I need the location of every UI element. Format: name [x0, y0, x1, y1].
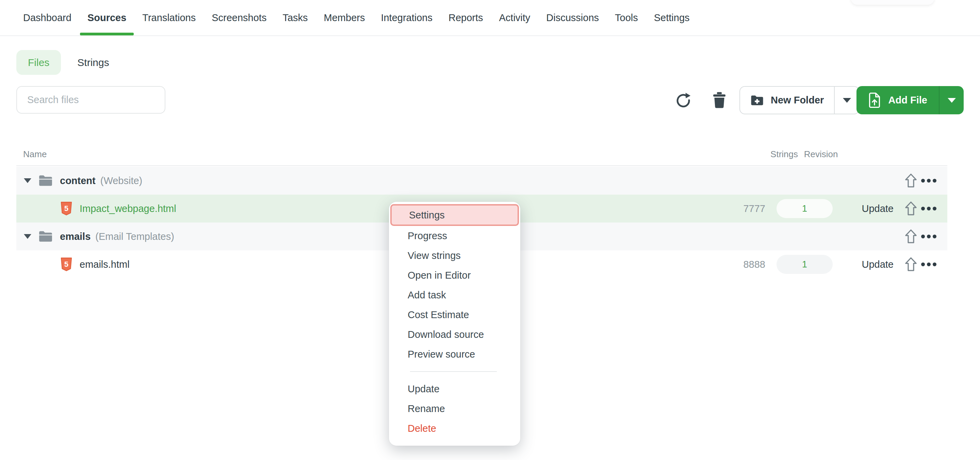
column-header-revision: Revision	[793, 149, 849, 159]
new-folder-icon	[750, 95, 764, 106]
file-name[interactable]: Impact_webpage.html	[80, 203, 176, 214]
column-header-name: Name	[23, 149, 47, 159]
table-header: Name Strings Revision	[16, 144, 947, 166]
add-file-label: Add File	[888, 95, 927, 106]
add-file-button[interactable]: Add File	[856, 86, 940, 114]
new-folder-button-group: New Folder	[740, 86, 859, 114]
revision-badge[interactable]: 1	[776, 255, 833, 274]
file-name[interactable]: emails.html	[80, 259, 130, 270]
nav-item-settings[interactable]: Settings	[654, 0, 690, 35]
delete-selected-button[interactable]	[711, 91, 728, 109]
nav-item-screenshots[interactable]: Screenshots	[212, 0, 266, 35]
menu-item-delete[interactable]: Delete	[389, 419, 520, 438]
upload-icon[interactable]	[904, 173, 917, 188]
upload-icon[interactable]	[904, 229, 917, 244]
tab-strings[interactable]: Strings	[77, 57, 109, 68]
html5-file-icon: 5	[60, 257, 72, 272]
folder-icon	[38, 230, 53, 243]
table-row-folder-content[interactable]: content (Website)	[16, 167, 947, 195]
add-file-button-group: Add File	[856, 86, 964, 114]
chevron-down-icon	[948, 98, 956, 103]
folder-suffix: (Website)	[100, 175, 143, 186]
row-menu-button[interactable]	[921, 263, 937, 266]
new-folder-label: New Folder	[771, 95, 824, 106]
refresh-button[interactable]	[675, 91, 692, 109]
svg-text:5: 5	[64, 204, 68, 213]
nav-item-translations[interactable]: Translations	[142, 0, 196, 35]
view-tabs: Files Strings	[16, 50, 109, 75]
revision-badge[interactable]: 1	[776, 199, 833, 218]
nav-item-activity[interactable]: Activity	[499, 0, 530, 35]
update-link[interactable]: Update	[862, 259, 894, 270]
menu-item-preview-source[interactable]: Preview source	[389, 344, 520, 364]
menu-divider	[410, 371, 497, 372]
upload-icon[interactable]	[904, 201, 917, 216]
file-context-menu: Settings Progress View strings Open in E…	[389, 202, 520, 446]
nav-item-dashboard[interactable]: Dashboard	[23, 0, 72, 35]
folder-icon	[38, 175, 53, 187]
menu-item-progress[interactable]: Progress	[389, 226, 520, 246]
nav-item-reports[interactable]: Reports	[449, 0, 483, 35]
search-input[interactable]	[16, 86, 165, 114]
menu-item-rename[interactable]: Rename	[389, 399, 520, 419]
menu-item-update[interactable]: Update	[389, 379, 520, 399]
add-file-dropdown-button[interactable]	[940, 86, 964, 114]
row-menu-button[interactable]	[921, 179, 937, 183]
new-folder-dropdown-button[interactable]	[835, 87, 859, 114]
nav-item-tools[interactable]: Tools	[615, 0, 638, 35]
add-file-icon	[868, 92, 881, 108]
nav-item-sources[interactable]: Sources	[88, 0, 126, 35]
menu-item-view-strings[interactable]: View strings	[389, 246, 520, 266]
row-menu-button[interactable]	[921, 207, 937, 211]
update-link[interactable]: Update	[862, 203, 894, 214]
chevron-down-icon	[843, 98, 851, 103]
refresh-icon	[675, 92, 692, 108]
menu-item-cost-estimate[interactable]: Cost Estimate	[389, 305, 520, 325]
nav-item-discussions[interactable]: Discussions	[546, 0, 599, 35]
folder-name[interactable]: emails	[60, 231, 91, 242]
trash-icon	[712, 92, 727, 108]
nav-item-members[interactable]: Members	[324, 0, 365, 35]
new-folder-button[interactable]: New Folder	[740, 87, 835, 114]
strings-count: 8888	[743, 259, 765, 270]
upload-icon[interactable]	[904, 257, 917, 272]
tab-files[interactable]: Files	[16, 50, 61, 75]
collapse-folder-icon[interactable]	[24, 234, 31, 239]
sources-page: Dashboard Sources Translations Screensho…	[0, 0, 980, 460]
menu-item-add-task[interactable]: Add task	[389, 285, 520, 305]
menu-item-settings[interactable]: Settings	[390, 204, 519, 226]
folder-name[interactable]: content	[60, 175, 95, 186]
top-nav: Dashboard Sources Translations Screensho…	[0, 0, 980, 36]
collapse-folder-icon[interactable]	[24, 178, 31, 183]
nav-item-tasks[interactable]: Tasks	[282, 0, 308, 35]
folder-suffix: (Email Templates)	[95, 231, 174, 242]
menu-item-download-source[interactable]: Download source	[389, 325, 520, 344]
strings-count: 7777	[743, 203, 765, 214]
nav-item-integrations[interactable]: Integrations	[381, 0, 433, 35]
html5-file-icon: 5	[60, 201, 72, 216]
row-menu-button[interactable]	[921, 235, 937, 239]
menu-item-open-in-editor[interactable]: Open in Editor	[389, 266, 520, 285]
svg-text:5: 5	[64, 260, 68, 269]
